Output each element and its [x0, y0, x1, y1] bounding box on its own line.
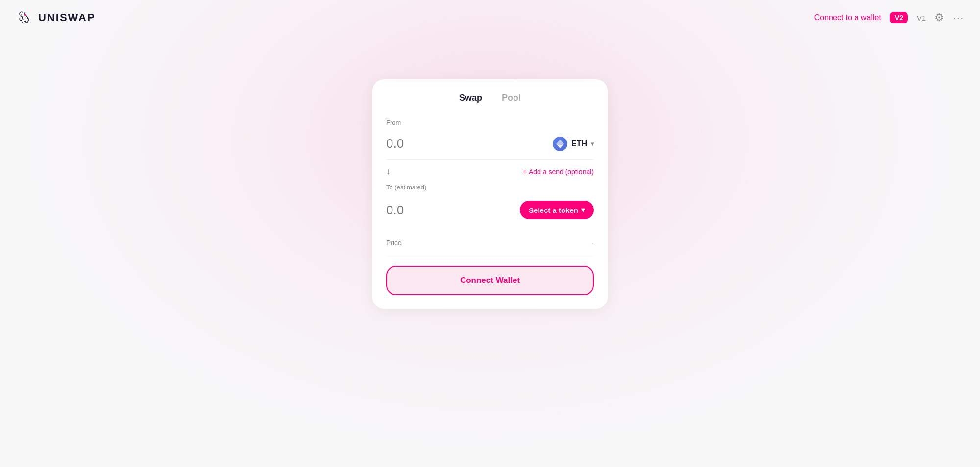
card-tabs: Swap Pool	[386, 93, 594, 105]
eth-token-selector[interactable]: ETH ▾	[553, 137, 594, 151]
eth-label: ETH	[571, 140, 587, 148]
eth-icon	[553, 137, 567, 151]
main-content: Swap Pool From ETH ▾	[0, 35, 980, 309]
to-section: To (estimated) Select a token ▾	[386, 184, 594, 227]
navbar-right: Connect to a wallet V2 V1 ⚙ ···	[814, 11, 964, 24]
version-v2-badge[interactable]: V2	[890, 12, 908, 23]
swap-direction-arrow-icon[interactable]: ↓	[386, 166, 391, 177]
to-token-row: Select a token ▾	[386, 195, 594, 227]
tab-swap[interactable]: Swap	[459, 93, 482, 105]
connect-wallet-button[interactable]: Connect Wallet	[386, 266, 594, 295]
from-label: From	[386, 119, 594, 126]
select-token-chevron-icon: ▾	[581, 206, 585, 214]
select-token-button[interactable]: Select a token ▾	[520, 201, 594, 219]
more-options-icon[interactable]: ···	[953, 12, 964, 23]
price-label: Price	[386, 239, 402, 247]
middle-row: ↓ + Add a send (optional)	[386, 160, 594, 184]
from-token-row: ETH ▾	[386, 130, 594, 160]
price-value: -	[591, 239, 594, 247]
svg-point-0	[24, 14, 26, 16]
version-v1-label[interactable]: V1	[917, 14, 926, 22]
settings-icon[interactable]: ⚙	[934, 11, 944, 24]
to-label: To (estimated)	[386, 184, 594, 191]
tab-pool[interactable]: Pool	[502, 93, 521, 105]
price-row: Price -	[386, 237, 594, 257]
logo-text: UNISWAP	[38, 11, 96, 24]
to-amount-input[interactable]	[386, 203, 484, 218]
eth-chevron-icon: ▾	[591, 140, 594, 147]
swap-card: Swap Pool From ETH ▾	[372, 79, 608, 309]
uniswap-logo-icon	[16, 9, 33, 26]
add-send-link[interactable]: + Add a send (optional)	[523, 168, 594, 176]
from-amount-input[interactable]	[386, 136, 484, 151]
logo-area: UNISWAP	[16, 9, 96, 26]
from-section: From ETH ▾	[386, 119, 594, 160]
navbar: UNISWAP Connect to a wallet V2 V1 ⚙ ···	[0, 0, 980, 35]
connect-wallet-nav-link[interactable]: Connect to a wallet	[814, 13, 881, 22]
